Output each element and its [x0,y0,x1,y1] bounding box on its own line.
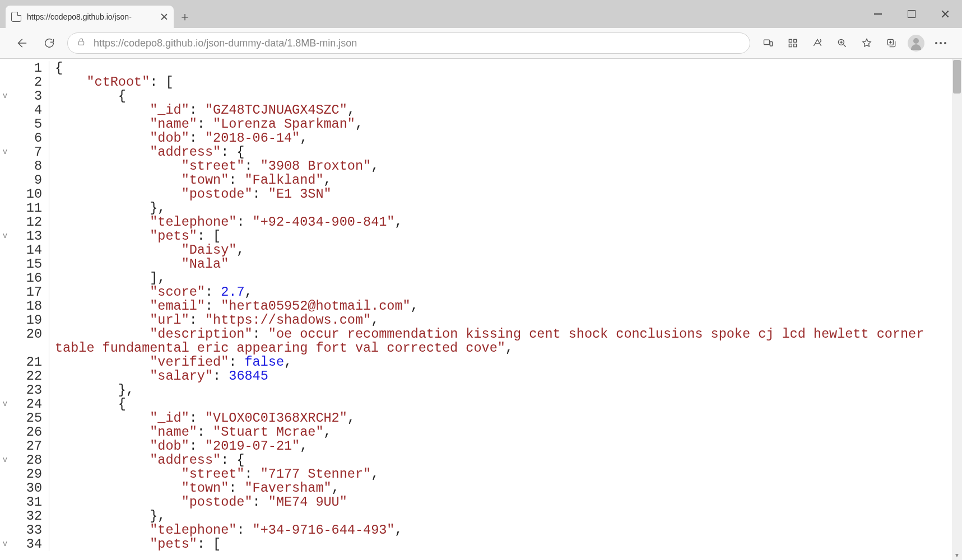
lock-icon [77,38,86,49]
line-number: 25 [10,411,42,425]
device-toggle-icon[interactable] [758,33,778,53]
fold-toggle-icon[interactable]: v [0,397,10,411]
line-number: 30 [10,481,42,495]
line-number: 17 [10,285,42,299]
fold-toggle-icon [0,75,10,89]
window-minimize-button[interactable] [861,0,895,28]
code-line: "town": "Faversham", [55,481,962,495]
svg-rect-6 [794,44,797,47]
code-line: "Daisy", [55,243,962,257]
back-button[interactable] [11,33,31,53]
code-line: "Nala" [55,257,962,271]
line-number: 23 [10,383,42,397]
read-aloud-icon[interactable] [807,33,828,53]
fold-toggle-icon [0,369,10,383]
code-line: "street": "7177 Stenner", [55,467,962,481]
code-line: "street": "3908 Broxton", [55,159,962,173]
svg-rect-0 [78,41,83,45]
line-number: 8 [10,159,42,173]
fold-toggle-icon [0,481,10,495]
zoom-icon[interactable] [832,33,852,53]
line-number: 19 [10,313,42,327]
line-number: 33 [10,523,42,537]
window-controls [861,0,962,28]
fold-toggle-icon [0,159,10,173]
code-line: ], [55,271,962,285]
code-line: { [55,61,962,75]
tab-strip: https://codepo8.github.io/json- ＋ [0,0,962,28]
fold-toggle-icon [0,467,10,481]
browser-tab[interactable]: https://codepo8.github.io/json- [6,6,174,28]
vertical-scrollbar[interactable]: ▲ ▼ [952,59,962,560]
line-number: 1 [10,61,42,75]
new-tab-button[interactable]: ＋ [174,6,196,28]
refresh-button[interactable] [39,33,59,53]
line-number: 29 [10,467,42,481]
code-line: "telephone": "+92-4034-900-841", [55,215,962,229]
line-number-gutter: 1234567891011121314151617181920212223242… [10,61,49,551]
line-number: 31 [10,495,42,509]
code-line: { [55,397,962,411]
fold-toggle-icon[interactable]: v [0,229,10,243]
tab-title: https://codepo8.github.io/json- [27,12,155,21]
fold-toggle-icon [0,285,10,299]
code-line: "dob": "2019-07-21", [55,439,962,453]
fold-toggle-icon [0,215,10,229]
fold-toggle-icon [0,103,10,117]
fold-toggle-icon [0,187,10,201]
line-number: 14 [10,243,42,257]
profile-avatar[interactable] [906,33,926,53]
apps-grid-icon[interactable] [783,33,803,53]
code-line: "_id": "GZ48TCJNUAGX4SZC", [55,103,962,117]
collections-icon[interactable] [881,33,901,53]
fold-gutter[interactable]: vvvvvv [0,61,10,551]
fold-toggle-icon [0,509,10,523]
svg-rect-4 [794,39,797,42]
code-body[interactable]: { "ctRoot": [ { "_id": "GZ48TCJNUAGX4SZC… [49,61,962,551]
browser-toolbar: https://codepo8.github.io/json-dummy-dat… [0,28,962,59]
code-line: "postode": "ME74 9UU" [55,495,962,509]
json-viewer: vvvvvv 123456789101112131415161718192021… [0,59,962,551]
code-line: "dob": "2018-06-14", [55,131,962,145]
line-number: 10 [10,187,42,201]
fold-toggle-icon [0,117,10,131]
address-url: https://codepo8.github.io/json-dummy-dat… [94,38,741,49]
fold-toggle-icon[interactable]: v [0,537,10,551]
line-number: 16 [10,271,42,285]
address-bar[interactable]: https://codepo8.github.io/json-dummy-dat… [67,32,750,54]
fold-toggle-icon [0,257,10,271]
line-number: 21 [10,355,42,369]
code-line: "description": "oe occur recommendation … [55,327,962,355]
scrollbar-down-arrow-icon[interactable]: ▼ [952,550,962,560]
fold-toggle-icon [0,173,10,187]
close-tab-icon[interactable] [160,13,168,21]
fold-toggle-icon[interactable]: v [0,453,10,467]
line-number: 28 [10,453,42,467]
line-number: 15 [10,257,42,271]
code-line: "name": "Stuart Mcrae", [55,425,962,439]
favorites-star-icon[interactable] [857,33,877,53]
line-number: 5 [10,117,42,131]
more-menu-button[interactable] [931,33,951,53]
fold-toggle-icon [0,495,10,509]
page-viewport: vvvvvv 123456789101112131415161718192021… [0,59,962,560]
fold-toggle-icon[interactable]: v [0,145,10,159]
fold-toggle-icon[interactable]: v [0,89,10,103]
scrollbar-thumb[interactable] [953,60,961,94]
toolbar-right [758,33,951,53]
code-line: "verified": false, [55,355,962,369]
line-number: 18 [10,299,42,313]
code-line: }, [55,201,962,215]
fold-toggle-icon [0,425,10,439]
line-number: 4 [10,103,42,117]
code-line: "pets": [ [55,537,962,551]
window-maximize-button[interactable] [895,0,928,28]
code-line: "pets": [ [55,229,962,243]
window-close-button[interactable] [928,0,962,28]
line-number: 11 [10,201,42,215]
code-line: "salary": 36845 [55,369,962,383]
line-number: 22 [10,369,42,383]
line-number: 7 [10,145,42,159]
fold-toggle-icon [0,243,10,257]
fold-toggle-icon [0,271,10,285]
